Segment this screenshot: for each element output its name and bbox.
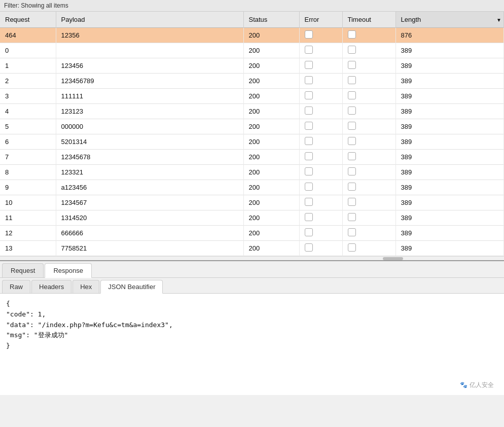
error-checkbox[interactable] xyxy=(305,243,313,252)
cell-status: 200 xyxy=(243,28,299,43)
cell-payload: a123456 xyxy=(56,180,243,195)
cell-error xyxy=(299,58,342,74)
table-row[interactable]: 46412356200876 xyxy=(0,28,504,43)
cell-error xyxy=(299,28,342,43)
json-content-area: { "code": 1, "data": "/index.php?m=Kefu&… xyxy=(0,294,504,395)
cell-payload: 123456789 xyxy=(56,74,243,89)
scroll-indicator[interactable] xyxy=(0,256,504,260)
cell-status: 200 xyxy=(243,210,299,226)
error-checkbox[interactable] xyxy=(305,76,313,84)
error-checkbox[interactable] xyxy=(305,91,313,99)
sub-tab-headers[interactable]: Headers xyxy=(31,280,71,293)
cell-payload: 1314520 xyxy=(56,210,243,226)
table-row[interactable]: 1123456200389 xyxy=(0,58,504,74)
cell-timeout xyxy=(342,165,395,180)
timeout-checkbox[interactable] xyxy=(348,243,356,252)
timeout-checkbox[interactable] xyxy=(348,122,356,130)
error-checkbox[interactable] xyxy=(305,122,313,130)
timeout-checkbox[interactable] xyxy=(348,228,356,236)
table-row[interactable]: 65201314200389 xyxy=(0,134,504,150)
error-checkbox[interactable] xyxy=(305,106,313,115)
table-row[interactable]: 3111111200389 xyxy=(0,89,504,104)
error-checkbox[interactable] xyxy=(305,213,313,221)
timeout-checkbox[interactable] xyxy=(348,167,356,175)
cell-timeout xyxy=(342,210,395,226)
cell-payload: 666666 xyxy=(56,226,243,241)
cell-payload: 7758521 xyxy=(56,241,243,256)
cell-timeout xyxy=(342,28,395,43)
error-checkbox[interactable] xyxy=(305,167,313,175)
timeout-checkbox[interactable] xyxy=(348,106,356,115)
cell-length: 389 xyxy=(395,226,504,241)
table-row[interactable]: 111314520200389 xyxy=(0,210,504,226)
tab-request[interactable]: Request xyxy=(2,263,44,277)
cell-status: 200 xyxy=(243,165,299,180)
scroll-thumb[interactable] xyxy=(383,257,403,260)
col-header-payload[interactable]: Payload xyxy=(56,12,243,28)
timeout-checkbox[interactable] xyxy=(348,61,356,69)
cell-status: 200 xyxy=(243,89,299,104)
main-tabs-bar: RequestResponse xyxy=(0,261,504,278)
error-checkbox[interactable] xyxy=(305,198,313,206)
table-row[interactable]: 8123321200389 xyxy=(0,165,504,180)
cell-status: 200 xyxy=(243,180,299,195)
timeout-checkbox[interactable] xyxy=(348,46,356,54)
timeout-checkbox[interactable] xyxy=(348,76,356,84)
cell-payload: 1234567 xyxy=(56,195,243,210)
table-row[interactable]: 712345678200389 xyxy=(0,150,504,165)
watermark-icon: 🐾 xyxy=(460,380,467,390)
error-checkbox[interactable] xyxy=(305,183,313,191)
cell-status: 200 xyxy=(243,134,299,150)
table-row[interactable]: 4123123200389 xyxy=(0,104,504,119)
cell-error xyxy=(299,195,342,210)
cell-timeout xyxy=(342,150,395,165)
table-row[interactable]: 0200389 xyxy=(0,43,504,58)
cell-length: 389 xyxy=(395,210,504,226)
col-header-timeout[interactable]: Timeout xyxy=(342,12,395,28)
cell-timeout xyxy=(342,89,395,104)
cell-error xyxy=(299,43,342,58)
sub-tabs-bar: RawHeadersHexJSON Beautifier xyxy=(0,278,504,294)
sub-tab-hex[interactable]: Hex xyxy=(73,280,99,293)
error-checkbox[interactable] xyxy=(305,46,313,54)
timeout-checkbox[interactable] xyxy=(348,30,356,39)
timeout-checkbox[interactable] xyxy=(348,213,356,221)
table-row[interactable]: 5000000200389 xyxy=(0,119,504,134)
timeout-checkbox[interactable] xyxy=(348,183,356,191)
col-header-error[interactable]: Error xyxy=(299,12,342,28)
error-checkbox[interactable] xyxy=(305,152,313,160)
col-header-request[interactable]: Request xyxy=(0,12,56,28)
timeout-checkbox[interactable] xyxy=(348,198,356,206)
cell-request: 2 xyxy=(0,74,56,89)
cell-timeout xyxy=(342,58,395,74)
timeout-checkbox[interactable] xyxy=(348,152,356,160)
watermark-text: 亿人安全 xyxy=(470,380,494,390)
error-checkbox[interactable] xyxy=(305,61,313,69)
table-row[interactable]: 2123456789200389 xyxy=(0,74,504,89)
table-row[interactable]: 12666666200389 xyxy=(0,226,504,241)
cell-timeout xyxy=(342,241,395,256)
cell-payload: 123321 xyxy=(56,165,243,180)
col-header-status[interactable]: Status xyxy=(243,12,299,28)
json-line-4: "msg": "登录成功" xyxy=(6,330,498,341)
table-header: Request Payload Status Error Timeout Len… xyxy=(0,12,504,28)
cell-length: 389 xyxy=(395,180,504,195)
table-row[interactable]: 9a123456200389 xyxy=(0,180,504,195)
timeout-checkbox[interactable] xyxy=(348,137,356,145)
error-checkbox[interactable] xyxy=(305,30,313,39)
error-checkbox[interactable] xyxy=(305,228,313,236)
cell-request: 1 xyxy=(0,58,56,74)
sub-tab-json-beautifier[interactable]: JSON Beautifier xyxy=(100,280,163,294)
cell-request: 7 xyxy=(0,150,56,165)
cell-length: 389 xyxy=(395,74,504,89)
sub-tab-raw[interactable]: Raw xyxy=(2,280,30,293)
col-header-length[interactable]: Length ▼ xyxy=(395,12,504,28)
error-checkbox[interactable] xyxy=(305,137,313,145)
cell-error xyxy=(299,150,342,165)
tab-response[interactable]: Response xyxy=(45,263,92,278)
timeout-checkbox[interactable] xyxy=(348,91,356,99)
cell-length: 389 xyxy=(395,58,504,74)
cell-length: 389 xyxy=(395,195,504,210)
table-row[interactable]: 101234567200389 xyxy=(0,195,504,210)
table-row[interactable]: 137758521200389 xyxy=(0,241,504,256)
